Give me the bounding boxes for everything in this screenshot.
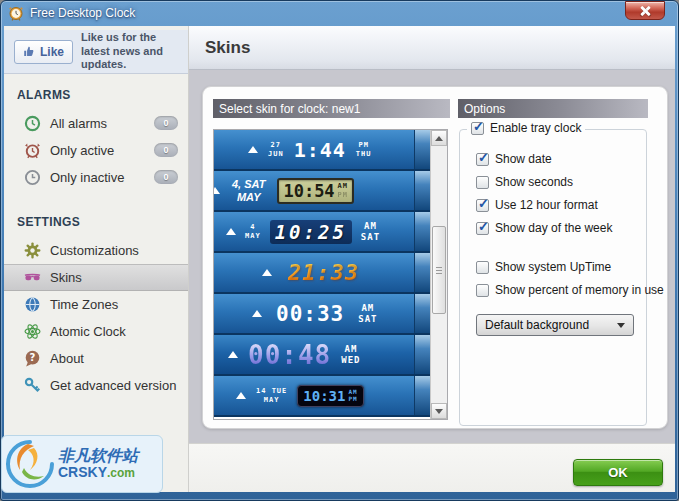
like-section: Like Like us for the latest news and upd… xyxy=(4,30,188,74)
sidebar-item-about[interactable]: ? About xyxy=(4,345,188,372)
checkbox-label: Show system UpTime xyxy=(495,260,611,274)
collapse-triangle-icon xyxy=(214,187,220,194)
count-badge: 0 xyxy=(154,116,178,130)
window-body: Like Like us for the latest news and upd… xyxy=(4,26,675,492)
use-12-hour-checkbox[interactable] xyxy=(476,199,489,212)
alarm-clock-app-icon xyxy=(8,5,24,21)
like-text: Like us for the latest news and updates. xyxy=(81,31,180,72)
gear-icon xyxy=(24,242,41,259)
show-uptime-row: Show system UpTime xyxy=(476,260,611,274)
show-seconds-checkbox[interactable] xyxy=(476,176,489,189)
skin-meridiem: AM xyxy=(364,221,377,231)
sidebar-item-label: Get advanced version xyxy=(50,378,176,393)
titlebar[interactable]: Free Desktop Clock xyxy=(0,0,679,26)
skin-row-flame[interactable]: 21:33 xyxy=(214,253,430,294)
arrow-up-icon xyxy=(435,136,443,141)
chevron-down-icon xyxy=(617,323,625,328)
skin-day: SAT xyxy=(358,314,377,324)
scrollbar-thumb[interactable] xyxy=(432,226,446,314)
checkbox-label: Use 12 hour format xyxy=(495,198,598,212)
skin-time: 10:54 xyxy=(283,181,334,201)
alarms-section-title: ALARMS xyxy=(17,88,188,102)
page-title: Skins xyxy=(205,38,250,58)
ok-button[interactable]: OK xyxy=(573,459,663,486)
sidebar-item-customizations[interactable]: Customizations xyxy=(4,237,188,264)
collapse-triangle-icon xyxy=(226,228,236,235)
count-badge: 0 xyxy=(154,143,178,157)
sidebar-item-label: All alarms xyxy=(50,116,107,131)
skin-day: WED xyxy=(341,355,360,365)
sidebar-item-all-alarms[interactable]: All alarms 0 xyxy=(4,110,188,137)
window-title: Free Desktop Clock xyxy=(30,6,135,20)
sidebar-item-get-advanced[interactable]: Get advanced version xyxy=(4,372,188,399)
crsky-logo-icon xyxy=(4,438,56,490)
free-desktop-clock-window: Free Desktop Clock Like Like us for the … xyxy=(0,0,679,501)
skin-time: 10:25 xyxy=(270,220,352,244)
skin-date: 4, SAT xyxy=(232,178,265,191)
skin-row-lcd-panel[interactable]: 4, SATMAY 10:54 AMPM xyxy=(214,171,430,212)
skin-time: 21:33 xyxy=(288,260,359,285)
sidebar-item-label: Skins xyxy=(50,270,82,285)
key-icon xyxy=(24,377,41,394)
enable-tray-clock-checkbox[interactable] xyxy=(471,122,484,135)
sidebar-item-label: Customizations xyxy=(50,243,139,258)
settings-section-title: SETTINGS xyxy=(17,215,188,229)
main-area: Skins Select skin for clock: new1 Option… xyxy=(189,26,675,492)
sidebar-item-label: Only inactive xyxy=(50,170,124,185)
options-panel-header: Options xyxy=(458,99,648,118)
sidebar-item-time-zones[interactable]: Time Zones xyxy=(4,291,188,318)
sidebar-item-atomic-clock[interactable]: Atomic Clock xyxy=(4,318,188,345)
close-button[interactable] xyxy=(625,1,665,20)
collapse-triangle-icon xyxy=(236,392,246,399)
lcd-display: 10:31 AMPM xyxy=(297,385,363,407)
checkbox-label: Show seconds xyxy=(495,175,573,189)
skin-day: THU xyxy=(356,150,372,158)
skin-list-scrollbar[interactable] xyxy=(430,130,447,419)
scroll-up-button[interactable] xyxy=(431,130,447,146)
background-select-value: Default background xyxy=(485,318,589,332)
show-date-checkbox[interactable] xyxy=(476,153,489,166)
sidebar-item-label: Only active xyxy=(50,143,114,158)
count-badge: 0 xyxy=(154,170,178,184)
tray-clock-groupbox: Enable tray clock Show date Show seconds… xyxy=(459,129,647,426)
skin-time: 1:44 xyxy=(294,138,346,162)
scroll-down-button[interactable] xyxy=(431,403,447,419)
clock-icon xyxy=(24,115,41,132)
background-select[interactable]: Default background xyxy=(476,314,634,336)
enable-tray-clock-row: Enable tray clock xyxy=(467,121,585,135)
skin-date: 27 xyxy=(271,141,281,149)
show-day-of-week-checkbox[interactable] xyxy=(476,222,489,235)
footer-bar: OK xyxy=(189,443,675,492)
skin-row-flip[interactable]: 4MAY 10:25 AMSAT xyxy=(214,212,430,253)
skin-date: 14 TUE xyxy=(256,387,287,395)
sidebar-item-skins[interactable]: Skins xyxy=(4,264,188,291)
sidebar-item-only-inactive[interactable]: Only inactive 0 xyxy=(4,164,188,191)
skin-time: 00:48 xyxy=(248,340,331,370)
atom-icon xyxy=(24,323,41,340)
like-button-label: Like xyxy=(40,45,64,59)
close-icon xyxy=(639,5,651,17)
watermark-brand: CRSKY xyxy=(58,464,107,480)
checkbox-label: Show percent of memory in use xyxy=(495,283,664,297)
skin-row-lcd-white[interactable]: 27JUN 1:44 PMTHU xyxy=(214,130,430,171)
collapse-triangle-icon xyxy=(248,146,258,153)
like-button[interactable]: Like xyxy=(14,40,73,64)
skin-meridiem: PM xyxy=(358,141,368,149)
question-bubble-icon: ? xyxy=(24,350,41,367)
sidebar-item-only-active[interactable]: Only active 0 xyxy=(4,137,188,164)
skin-meridiem: AM xyxy=(361,303,374,313)
sidebar-item-label: Time Zones xyxy=(50,297,118,312)
skin-meridiem: AM xyxy=(338,182,348,190)
show-seconds-row: Show seconds xyxy=(476,175,573,189)
skin-row-gradient[interactable]: 00:48 AMWED xyxy=(214,335,430,376)
content-panel: Select skin for clock: new1 Options 27JU… xyxy=(202,86,668,429)
skin-row-dark-lcd[interactable]: 14 TUEMAY 10:31 AMPM xyxy=(214,376,430,417)
checkbox-label: Show day of the week xyxy=(495,221,612,235)
svg-text:?: ? xyxy=(30,352,36,363)
main-header: Skins xyxy=(189,26,675,70)
show-uptime-checkbox[interactable] xyxy=(476,261,489,274)
show-memory-checkbox[interactable] xyxy=(476,284,489,297)
watermark-suffix: .com xyxy=(107,466,135,480)
skin-row-seg[interactable]: 00:33 AMSAT xyxy=(214,294,430,335)
collapse-triangle-icon xyxy=(262,269,272,276)
